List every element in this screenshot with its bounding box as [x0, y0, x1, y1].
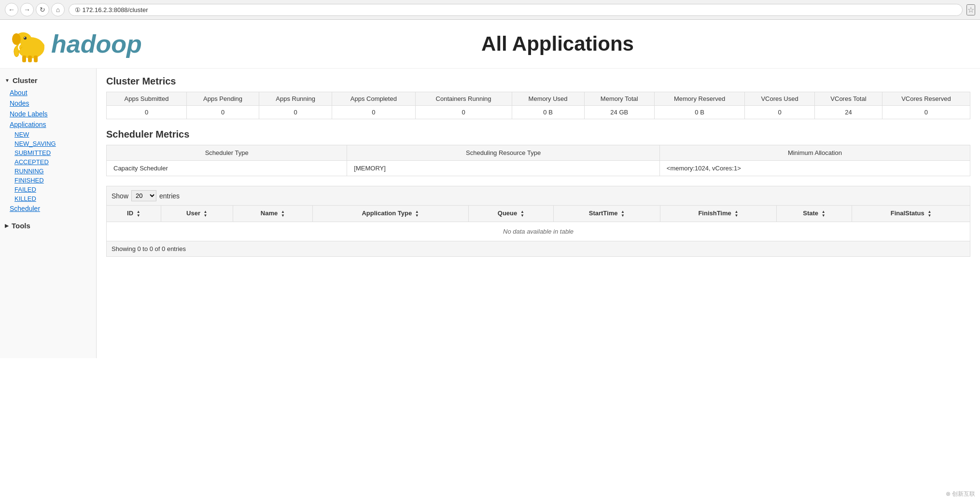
address-bar[interactable]: ① 172.16.2.3:8088/cluster: [69, 4, 963, 16]
sidebar-item-applications[interactable]: Applications: [0, 119, 96, 130]
sidebar-item-finished[interactable]: FINISHED: [0, 176, 96, 185]
type-sort-icon: ▲▼: [415, 210, 419, 218]
sidebar-item-new-saving[interactable]: NEW_SAVING: [0, 139, 96, 148]
no-data-row: No data available in table: [107, 222, 970, 241]
col-app-queue[interactable]: Queue ▲▼: [468, 206, 553, 222]
scheduler-metrics-title: Scheduler Metrics: [106, 129, 970, 140]
sidebar-item-accepted[interactable]: ACCEPTED: [0, 157, 96, 167]
show-label: Show: [112, 192, 128, 200]
col-app-id[interactable]: ID ▲▼: [107, 206, 161, 222]
finishtime-sort-icon: ▲▼: [734, 210, 738, 218]
tools-section-header[interactable]: ▶ Tools: [0, 219, 96, 233]
queue-sort-icon: ▲▼: [520, 210, 524, 218]
col-minimum-allocation: Minimum Allocation: [659, 145, 970, 161]
apps-header-row: ID ▲▼ User ▲▼ Name ▲▼ Application Type ▲…: [107, 206, 970, 222]
col-vcores-used: VCores Used: [745, 92, 815, 106]
sidebar-item-submitted[interactable]: SUBMITTED: [0, 148, 96, 157]
finalstatus-sort-icon: ▲▼: [927, 210, 931, 218]
val-apps-completed: 0: [332, 106, 415, 119]
val-scheduler-type: Capacity Scheduler: [107, 161, 347, 176]
col-scheduler-type: Scheduler Type: [107, 145, 347, 161]
scheduler-metrics-table: Scheduler Type Scheduling Resource Type …: [106, 145, 970, 176]
col-memory-total: Memory Total: [584, 92, 654, 106]
col-containers-running: Containers Running: [415, 92, 512, 106]
cluster-metrics-header-row: Apps Submitted Apps Pending Apps Running…: [107, 92, 970, 106]
col-apps-pending: Apps Pending: [186, 92, 259, 106]
showing-text: Showing 0 to 0 of 0 entries: [112, 245, 186, 252]
col-app-state[interactable]: State ▲▼: [776, 206, 852, 222]
browser-chrome: ← → ↻ ⌂ ① 172.16.2.3:8088/cluster ☆: [0, 0, 980, 20]
col-app-finishtime[interactable]: FinishTime ▲▼: [660, 206, 776, 222]
col-vcores-total: VCores Total: [814, 92, 882, 106]
val-apps-pending: 0: [186, 106, 259, 119]
bookmark-button[interactable]: ☆: [966, 4, 975, 15]
col-apps-submitted: Apps Submitted: [107, 92, 187, 106]
val-vcores-reserved: 0: [882, 106, 970, 119]
tools-triangle-icon: ▶: [5, 223, 9, 228]
sidebar-item-new[interactable]: NEW: [0, 130, 96, 139]
svg-point-3: [24, 37, 27, 40]
val-vcores-used: 0: [745, 106, 815, 119]
val-memory-total: 24 GB: [584, 106, 654, 119]
sidebar-item-running[interactable]: RUNNING: [0, 167, 96, 176]
cluster-label: Cluster: [13, 76, 38, 84]
no-data-message: No data available in table: [107, 222, 970, 241]
col-memory-reserved: Memory Reserved: [654, 92, 744, 106]
name-sort-icon: ▲▼: [281, 210, 285, 218]
page-title: All Applications: [145, 32, 970, 56]
val-minimum-allocation: <memory:1024, vCores:1>: [659, 161, 970, 176]
col-scheduling-resource-type: Scheduling Resource Type: [347, 145, 659, 161]
sidebar-item-scheduler[interactable]: Scheduler: [0, 203, 96, 214]
page-title-area: All Applications: [145, 32, 970, 56]
sidebar-item-killed[interactable]: KILLED: [0, 194, 96, 203]
sidebar: ▼ Cluster About Nodes Node Labels Applic…: [0, 69, 97, 358]
back-button[interactable]: ←: [5, 3, 18, 16]
applications-table: ID ▲▼ User ▲▼ Name ▲▼ Application Type ▲…: [106, 205, 970, 241]
val-apps-submitted: 0: [107, 106, 187, 119]
svg-rect-5: [22, 56, 26, 62]
svg-rect-7: [34, 56, 38, 62]
val-memory-used: 0 B: [512, 106, 584, 119]
svg-point-8: [33, 42, 44, 50]
entries-count-select[interactable]: 10 20 50 100: [131, 190, 156, 201]
cluster-metrics-table: Apps Submitted Apps Pending Apps Running…: [106, 92, 970, 119]
entries-label: entries: [159, 192, 180, 200]
cluster-metrics-title: Cluster Metrics: [106, 76, 970, 87]
user-sort-icon: ▲▼: [204, 210, 208, 218]
reload-button[interactable]: ↻: [36, 3, 49, 16]
nav-buttons: ← → ↻ ⌂: [5, 3, 65, 16]
forward-button[interactable]: →: [20, 3, 34, 16]
cluster-section-header[interactable]: ▼ Cluster: [0, 73, 96, 87]
val-containers-running: 0: [415, 106, 512, 119]
hadoop-elephant-icon: [10, 25, 48, 63]
content-area: Cluster Metrics Apps Submitted Apps Pend…: [97, 69, 980, 358]
col-app-user[interactable]: User ▲▼: [161, 206, 233, 222]
col-app-name[interactable]: Name ▲▼: [233, 206, 313, 222]
col-app-type[interactable]: Application Type ▲▼: [312, 206, 468, 222]
cluster-metrics-data-row: 0 0 0 0 0 0 B 24 GB 0 B 0 24 0: [107, 106, 970, 119]
col-vcores-reserved: VCores Reserved: [882, 92, 970, 106]
id-sort-icon: ▲▼: [137, 210, 140, 218]
svg-point-4: [24, 37, 25, 38]
tools-label: Tools: [12, 222, 30, 230]
val-memory-reserved: 0 B: [654, 106, 744, 119]
sidebar-item-node-labels[interactable]: Node Labels: [0, 109, 96, 119]
state-sort-icon: ▲▼: [822, 210, 826, 218]
show-entries-bar: Show 10 20 50 100 entries: [106, 186, 970, 205]
val-scheduling-resource-type: [MEMORY]: [347, 161, 659, 176]
col-apps-completed: Apps Completed: [332, 92, 415, 106]
showing-entries-footer: Showing 0 to 0 of 0 entries: [106, 241, 970, 257]
scheduler-data-row: Capacity Scheduler [MEMORY] <memory:1024…: [107, 161, 970, 176]
home-button[interactable]: ⌂: [51, 3, 65, 16]
sidebar-item-failed[interactable]: FAILED: [0, 185, 96, 194]
sidebar-item-about[interactable]: About: [0, 87, 96, 98]
col-app-finalstatus[interactable]: FinalStatus ▲▼: [852, 206, 970, 222]
main-layout: ▼ Cluster About Nodes Node Labels Applic…: [0, 69, 980, 358]
scheduler-header-row: Scheduler Type Scheduling Resource Type …: [107, 145, 970, 161]
address-text: ① 172.16.2.3:8088/cluster: [75, 6, 148, 14]
cluster-triangle-icon: ▼: [5, 78, 10, 83]
starttime-sort-icon: ▲▼: [621, 210, 625, 218]
col-app-starttime[interactable]: StartTime ▲▼: [553, 206, 660, 222]
val-apps-running: 0: [259, 106, 332, 119]
sidebar-item-nodes[interactable]: Nodes: [0, 98, 96, 109]
